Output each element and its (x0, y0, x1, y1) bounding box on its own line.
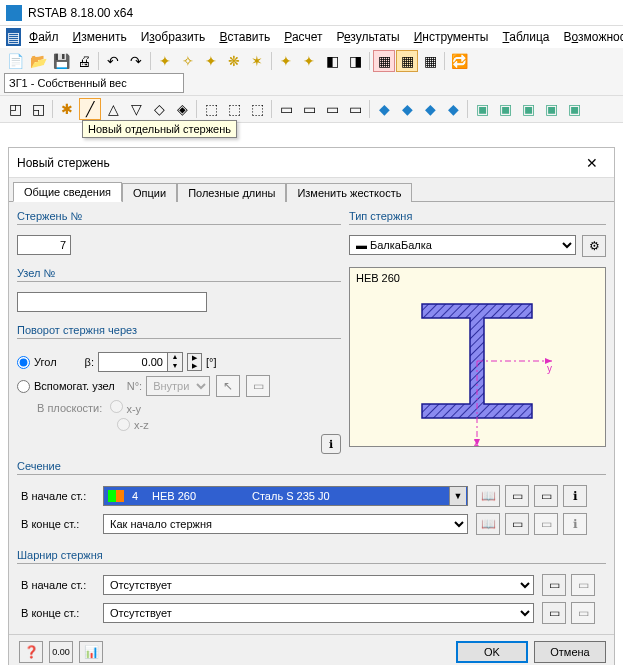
menu-display[interactable]: Изобразить (135, 28, 212, 46)
tb-icon[interactable]: ▦ (396, 50, 418, 72)
tab-stiffness[interactable]: Изменить жесткость (286, 183, 412, 202)
tb-icon[interactable]: ✧ (177, 50, 199, 72)
tb-icon[interactable]: ▣ (540, 98, 562, 120)
toolbar-2: ◰ ◱ ✱ ╱ △ ▽ ◇ ◈ ⬚ ⬚ ⬚ ▭ ▭ ▭ ▭ ◆ ◆ ◆ ◆ ▣ … (0, 96, 623, 123)
tb-icon[interactable]: ◆ (373, 98, 395, 120)
beta-spinner[interactable]: ▲▼ (98, 352, 183, 372)
helpnode-radio[interactable]: Вспомогат. узел N°: Внутри ↖ ▭ (17, 375, 341, 397)
tb-icon[interactable]: ◆ (396, 98, 418, 120)
tb-icon[interactable]: ⬚ (200, 98, 222, 120)
menu-edit[interactable]: Изменить (67, 28, 133, 46)
tb-icon[interactable]: ✦ (154, 50, 176, 72)
tb-icon[interactable]: ▣ (517, 98, 539, 120)
tb-icon[interactable]: 🔁 (448, 50, 470, 72)
tb-icon[interactable]: ◱ (27, 98, 49, 120)
svg-text:y: y (547, 363, 552, 374)
tb-icon[interactable]: ◆ (442, 98, 464, 120)
section-group-label: Сечение (17, 458, 606, 475)
tb-icon[interactable]: ▦ (419, 50, 441, 72)
open-icon[interactable]: 📂 (27, 50, 49, 72)
app-title: RSTAB 8.18.00 x64 (28, 6, 133, 20)
section-start-select[interactable]: 4 HEB 260 Сталь S 235 J0 ▼ (103, 486, 468, 506)
new-section-icon[interactable]: ▭ (505, 513, 529, 535)
new-hinge-icon[interactable]: ▭ (542, 574, 566, 596)
pick-icon: ↖ (216, 375, 240, 397)
cancel-button[interactable]: Отмена (534, 641, 606, 663)
redo-icon[interactable]: ↷ (125, 50, 147, 72)
menu-tools[interactable]: Инструменты (408, 28, 495, 46)
loadcase-combo[interactable]: ЗГ1 - Собственный вес (4, 73, 184, 93)
hinge-table: В начале ст.: Отсутствует ▭ ▭ В конце ст… (17, 570, 606, 628)
dialog-title: Новый стержень (17, 156, 110, 170)
tb-icon[interactable]: ▽ (125, 98, 147, 120)
tb-icon[interactable]: ◰ (4, 98, 26, 120)
edit-hinge-icon: ▭ (571, 574, 595, 596)
section-end-select[interactable]: Как начало стержня (103, 514, 468, 534)
edit-section-icon: ▭ (534, 513, 558, 535)
new-icon[interactable]: 📄 (4, 50, 26, 72)
print-icon[interactable]: 🖨 (73, 50, 95, 72)
library-icon[interactable]: 📖 (476, 513, 500, 535)
tb-icon[interactable]: ▣ (494, 98, 516, 120)
hinge-group-label: Шарнир стержня (17, 547, 606, 564)
new-section-icon[interactable]: ▭ (505, 485, 529, 507)
library-icon[interactable]: 📖 (476, 485, 500, 507)
tb-icon[interactable]: ▣ (471, 98, 493, 120)
hinge-start-select[interactable]: Отсутствует (103, 575, 534, 595)
tb-icon[interactable]: ▭ (275, 98, 297, 120)
node-icon[interactable]: ✱ (56, 98, 78, 120)
tb-icon[interactable]: ◧ (321, 50, 343, 72)
menu-table[interactable]: Таблица (496, 28, 555, 46)
type-settings-icon[interactable]: ⚙ (582, 235, 606, 257)
ok-button[interactable]: OK (456, 641, 528, 663)
tb-icon[interactable]: ◇ (148, 98, 170, 120)
tb-icon[interactable]: ✦ (298, 50, 320, 72)
close-button[interactable]: ✕ (578, 152, 606, 174)
undo-icon[interactable]: ↶ (102, 50, 124, 72)
tab-options[interactable]: Опции (122, 183, 177, 202)
member-type-select[interactable]: ▬ БалкаБалка (349, 235, 576, 255)
menu-calc[interactable]: Расчет (278, 28, 328, 46)
member-icon[interactable]: ╱ (79, 98, 101, 120)
tb-icon[interactable]: ✦ (275, 50, 297, 72)
tb-icon[interactable]: ◨ (344, 50, 366, 72)
save-icon[interactable]: 💾 (50, 50, 72, 72)
menu-file[interactable]: Файл (23, 28, 65, 46)
menu-icon[interactable]: ▤ (6, 28, 21, 46)
node-no-label: Узел № (17, 265, 341, 282)
graphic-icon[interactable]: 📊 (79, 641, 103, 663)
tab-lengths[interactable]: Полезные длины (177, 183, 286, 202)
tb-icon[interactable]: ✦ (200, 50, 222, 72)
tb-icon[interactable]: ⬚ (223, 98, 245, 120)
tb-icon[interactable]: ▭ (298, 98, 320, 120)
tb-icon[interactable]: ◈ (171, 98, 193, 120)
tab-general[interactable]: Общие сведения (13, 182, 122, 202)
inside-select: Внутри (146, 376, 210, 396)
edit-hinge-icon: ▭ (571, 602, 595, 624)
tb-icon[interactable]: ▭ (344, 98, 366, 120)
tb-icon[interactable]: ▦ (373, 50, 395, 72)
tb-icon[interactable]: ❋ (223, 50, 245, 72)
info-icon[interactable]: ℹ (563, 485, 587, 507)
menu-bar: ▤ Файл Изменить Изобразить Вставить Расч… (0, 26, 623, 48)
tb-icon[interactable]: ▣ (563, 98, 585, 120)
member-no-input[interactable] (17, 235, 71, 255)
tb-icon[interactable]: ◆ (419, 98, 441, 120)
ibeam-icon: y z (402, 296, 552, 446)
menu-insert[interactable]: Вставить (213, 28, 276, 46)
tb-icon[interactable]: △ (102, 98, 124, 120)
hinge-end-select[interactable]: Отсутствует (103, 603, 534, 623)
help-icon[interactable]: ❓ (19, 641, 43, 663)
app-icon (6, 5, 22, 21)
edit-section-icon[interactable]: ▭ (534, 485, 558, 507)
angle-radio[interactable]: Угол β: ▲▼ ▶▶ [°] (17, 352, 341, 372)
tb-icon[interactable]: ✶ (246, 50, 268, 72)
tb-icon[interactable]: ⬚ (246, 98, 268, 120)
info-icon[interactable]: ℹ (321, 434, 341, 454)
section-table: В начале ст.: 4 HEB 260 Сталь S 235 J0 ▼… (17, 481, 606, 539)
units-icon[interactable]: 0.00 (49, 641, 73, 663)
menu-options[interactable]: Возможности (558, 28, 623, 46)
new-hinge-icon[interactable]: ▭ (542, 602, 566, 624)
tb-icon[interactable]: ▭ (321, 98, 343, 120)
menu-results[interactable]: Результаты (330, 28, 405, 46)
